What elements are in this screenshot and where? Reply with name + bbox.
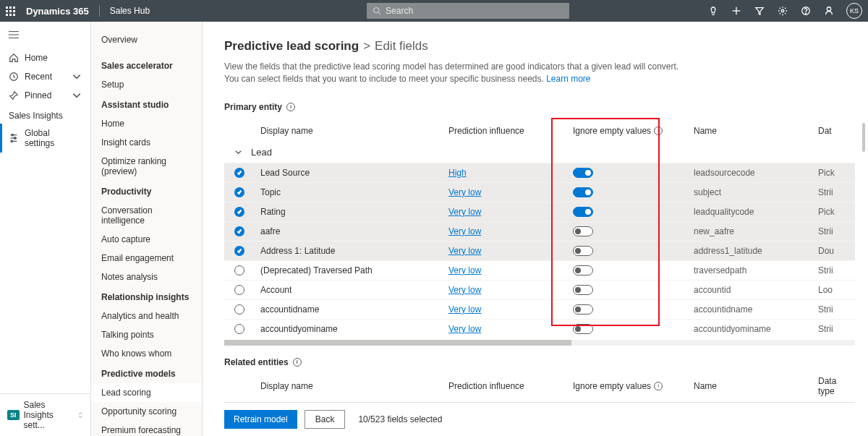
col-prediction-influence[interactable]: Prediction influence	[448, 126, 573, 136]
col-data-type[interactable]: Data type	[818, 376, 855, 396]
row-checkbox-checked[interactable]	[234, 226, 244, 236]
influence-link[interactable]: Very low	[448, 304, 481, 315]
info-icon[interactable]: i	[654, 127, 663, 135]
gear-icon[interactable]	[777, 5, 788, 17]
settings-link[interactable]: Analytics and health	[91, 307, 202, 325]
settings-link[interactable]: Talking points	[91, 325, 202, 344]
row-checkbox[interactable]	[234, 324, 244, 334]
settings-link[interactable]: Insight cards	[91, 133, 202, 152]
settings-link[interactable]: Notes analysis	[91, 268, 202, 286]
influence-link[interactable]: Very low	[448, 226, 481, 236]
info-icon[interactable]: i	[293, 358, 302, 367]
group-row-lead[interactable]: Lead	[224, 142, 855, 163]
table-row[interactable]: Lead SourceHighleadsourcecodePick	[224, 163, 855, 182]
svg-point-16	[14, 137, 16, 140]
top-bar: Dynamics 365 Sales Hub Search KS	[0, 0, 868, 22]
col-display-name[interactable]: Display name	[260, 126, 448, 136]
nav-home-label: Home	[25, 53, 48, 63]
row-checkbox[interactable]	[234, 304, 244, 315]
influence-link[interactable]: Very low	[448, 246, 481, 256]
settings-link[interactable]: Home	[91, 114, 202, 133]
col-name[interactable]: Name	[694, 381, 818, 391]
info-icon[interactable]: i	[654, 382, 663, 390]
row-checkbox[interactable]	[234, 265, 244, 275]
ignore-empty-toggle[interactable]	[573, 285, 593, 295]
table-row[interactable]: accountidnameVery lowaccountidnameStrii	[224, 299, 855, 319]
influence-link[interactable]: Very low	[448, 187, 481, 197]
influence-link[interactable]: Very low	[448, 324, 481, 334]
hamburger-icon[interactable]	[0, 30, 90, 48]
col-data-type[interactable]: Dat	[818, 126, 855, 136]
help-icon[interactable]	[800, 5, 812, 17]
col-ignore-empty[interactable]: Ignore empty valuesi	[573, 126, 694, 136]
table-row[interactable]: accountidyominameVery lowaccountidyomina…	[224, 319, 855, 338]
row-checkbox-checked[interactable]	[234, 207, 244, 217]
ignore-empty-toggle[interactable]	[573, 168, 593, 178]
settings-link[interactable]: Conversation intelligence	[91, 201, 202, 230]
retrain-model-button[interactable]: Retrain model	[224, 410, 297, 429]
settings-link[interactable]: Opportunity scoring	[91, 402, 202, 421]
settings-link[interactable]: Who knows whom	[91, 344, 202, 363]
page-description: View the fields that the predictive lead…	[224, 61, 687, 86]
col-name[interactable]: Name	[694, 126, 818, 136]
ignore-empty-toggle[interactable]	[573, 207, 593, 217]
settings-link[interactable]: Email engagement	[91, 249, 202, 268]
row-checkbox[interactable]	[234, 285, 244, 295]
row-checkbox-checked[interactable]	[234, 246, 244, 256]
svg-point-18	[11, 140, 13, 142]
ignore-empty-toggle[interactable]	[573, 324, 593, 334]
col-display-name[interactable]: Display name	[260, 381, 448, 391]
back-button[interactable]: Back	[305, 410, 346, 429]
table-row[interactable]: RatingVery lowleadqualitycodePick	[224, 202, 855, 221]
settings-group-heading: Assistant studio	[91, 94, 202, 114]
lightbulb-icon[interactable]	[707, 5, 719, 17]
waffle-icon[interactable]	[6, 7, 17, 16]
table-row[interactable]: TopicVery lowsubjectStrii	[224, 182, 855, 202]
scrollbar-vertical[interactable]	[862, 123, 865, 152]
area-switcher[interactable]: SI Sales Insights sett...	[0, 393, 90, 436]
ignore-empty-toggle[interactable]	[573, 187, 593, 197]
pin-icon	[9, 90, 19, 101]
settings-group-heading: Relationship insights	[91, 286, 202, 307]
learn-more-link[interactable]: Learn more	[546, 74, 590, 84]
avatar[interactable]: KS	[846, 3, 862, 19]
col-prediction-influence[interactable]: Prediction influence	[448, 381, 573, 391]
cell-display-name: Account	[260, 285, 448, 295]
breadcrumb-root[interactable]: Predictive lead scoring	[224, 39, 359, 53]
nav-pinned[interactable]: Pinned	[0, 86, 90, 105]
nav-global-settings[interactable]: Global settings	[0, 124, 90, 153]
settings-overview[interactable]: Overview	[91, 32, 202, 55]
settings-link[interactable]: Lead scoring	[91, 383, 202, 402]
plus-icon[interactable]	[731, 5, 742, 17]
global-search[interactable]: Search	[367, 3, 569, 19]
info-icon[interactable]: i	[286, 103, 295, 111]
col-ignore-empty[interactable]: Ignore empty valuesi	[573, 381, 694, 391]
settings-link[interactable]: Optimize ranking (preview)	[91, 152, 202, 181]
table-row[interactable]: (Deprecated) Traversed PathVery lowtrave…	[224, 260, 855, 280]
influence-link[interactable]: Very low	[448, 265, 481, 275]
nav-recent[interactable]: Recent	[0, 67, 90, 86]
row-checkbox-checked[interactable]	[234, 187, 244, 197]
settings-link[interactable]: Setup	[91, 75, 202, 94]
main-content: Predictive lead scoring>Edit fields View…	[203, 22, 868, 436]
filter-icon[interactable]	[754, 5, 765, 17]
ignore-empty-toggle[interactable]	[573, 226, 593, 236]
influence-link[interactable]: Very low	[448, 285, 481, 295]
ignore-empty-toggle[interactable]	[573, 304, 593, 315]
influence-link[interactable]: High	[448, 168, 467, 178]
settings-link[interactable]: Premium forecasting	[91, 421, 202, 436]
cell-data-type: Pick	[818, 207, 835, 217]
table-row[interactable]: Address 1: LatitudeVery lowaddress1_lati…	[224, 241, 855, 260]
search-icon	[373, 7, 381, 15]
assistant-icon[interactable]	[823, 5, 835, 17]
ignore-empty-toggle[interactable]	[573, 246, 593, 256]
table-row[interactable]: aafreVery lownew_aafreStrii	[224, 221, 855, 241]
table-row[interactable]: AccountVery lowaccountidLoo	[224, 280, 855, 299]
nav-home[interactable]: Home	[0, 48, 90, 67]
row-checkbox-checked[interactable]	[234, 168, 244, 178]
settings-link[interactable]: Auto capture	[91, 230, 202, 249]
influence-link[interactable]: Very low	[448, 207, 481, 217]
ignore-empty-toggle[interactable]	[573, 265, 593, 275]
scrollbar-horizontal[interactable]	[224, 340, 855, 346]
svg-point-8	[827, 7, 830, 11]
